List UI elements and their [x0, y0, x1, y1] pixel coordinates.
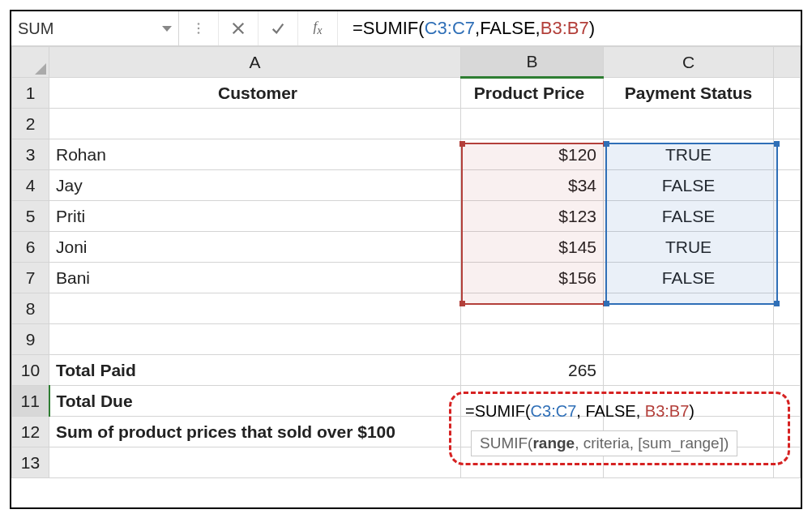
cell-B2[interactable] — [461, 109, 604, 139]
cell-D8[interactable] — [774, 293, 801, 324]
cell-B8[interactable] — [461, 293, 604, 324]
cell-B5[interactable]: $123 — [461, 201, 604, 232]
enter-icon[interactable] — [259, 11, 298, 45]
row-11[interactable]: 11 — [12, 386, 49, 417]
cell-D1[interactable] — [774, 78, 801, 109]
cell-A8[interactable] — [49, 293, 461, 324]
cell-C6[interactable]: TRUE — [604, 232, 774, 263]
cell-C1[interactable]: Payment Status — [604, 78, 774, 109]
cell-B3[interactable]: $120 — [461, 139, 604, 170]
cell-D9[interactable] — [774, 324, 801, 355]
cell-A10[interactable]: Total Paid — [49, 355, 461, 386]
col-A[interactable]: A — [49, 47, 461, 78]
cell-D2[interactable] — [774, 109, 801, 139]
cell-D3[interactable] — [774, 139, 801, 170]
cell-C4[interactable]: FALSE — [604, 170, 774, 201]
row-4[interactable]: 4 — [12, 170, 49, 201]
cell-B4[interactable]: $34 — [461, 170, 604, 201]
name-box[interactable]: SUM — [11, 11, 179, 45]
cell-A1[interactable]: Customer — [49, 78, 461, 109]
row-6[interactable]: 6 — [12, 232, 49, 263]
col-extra[interactable] — [774, 47, 801, 78]
row-7[interactable]: 7 — [12, 263, 49, 293]
cell-A3[interactable]: Rohan — [49, 139, 461, 170]
formula-bar-buttons: fx — [179, 11, 338, 45]
cell-A12[interactable]: Sum of product prices that sold over $10… — [49, 417, 461, 447]
formula-input[interactable]: =SUMIF(C3:C7, FALSE, B3:B7) — [338, 11, 801, 45]
cell-D4[interactable] — [774, 170, 801, 201]
cell-A9[interactable] — [49, 324, 461, 355]
cell-A7[interactable]: Bani — [49, 263, 461, 293]
cell-A4[interactable]: Jay — [49, 170, 461, 201]
more-icon[interactable] — [179, 11, 219, 45]
row-8[interactable]: 8 — [12, 293, 49, 324]
svg-point-2 — [198, 32, 200, 34]
cell-D5[interactable] — [774, 201, 801, 232]
cell-C5[interactable]: FALSE — [604, 201, 774, 232]
cell-D7[interactable] — [774, 263, 801, 293]
row-13[interactable]: 13 — [12, 447, 49, 478]
row-1[interactable]: 1 — [12, 78, 49, 109]
cell-A11[interactable]: Total Due — [49, 386, 461, 417]
row-5[interactable]: 5 — [12, 201, 49, 232]
cell-D6[interactable] — [774, 232, 801, 263]
cell-C9[interactable] — [604, 324, 774, 355]
cell-C10[interactable] — [604, 355, 774, 386]
row-10[interactable]: 10 — [12, 355, 49, 386]
cell-A13[interactable] — [49, 447, 461, 478]
cell-A5[interactable]: Priti — [49, 201, 461, 232]
row-2[interactable]: 2 — [12, 109, 49, 139]
svg-point-1 — [198, 28, 200, 30]
select-all-triangle[interactable] — [12, 47, 49, 78]
worksheet[interactable]: A B C 1 Customer Product Price Payment S… — [11, 46, 801, 478]
col-B[interactable]: B — [461, 47, 604, 78]
cell-D10[interactable] — [774, 355, 801, 386]
cell-B9[interactable] — [461, 324, 604, 355]
svg-point-0 — [198, 23, 200, 25]
cell-A2[interactable] — [49, 109, 461, 139]
cell-B7[interactable]: $156 — [461, 263, 604, 293]
excel-window: SUM fx =SUMIF(C3:C7, FALSE, B3:B7) — [10, 10, 802, 509]
col-C[interactable]: C — [604, 47, 774, 78]
row-3[interactable]: 3 — [12, 139, 49, 170]
cell-B6[interactable]: $145 — [461, 232, 604, 263]
annotation-dashed-callout — [449, 392, 790, 465]
fx-icon[interactable]: fx — [298, 11, 338, 45]
cell-C2[interactable] — [604, 109, 774, 139]
cell-C3[interactable]: TRUE — [604, 139, 774, 170]
formula-bar: SUM fx =SUMIF(C3:C7, FALSE, B3:B7) — [11, 11, 801, 46]
cell-A6[interactable]: Joni — [49, 232, 461, 263]
cell-B10[interactable]: 265 — [461, 355, 604, 386]
row-9[interactable]: 9 — [12, 324, 49, 355]
cancel-icon[interactable] — [219, 11, 259, 45]
cell-C7[interactable]: FALSE — [604, 263, 774, 293]
row-12[interactable]: 12 — [12, 417, 49, 447]
cell-C8[interactable] — [604, 293, 774, 324]
cell-B1[interactable]: Product Price — [461, 78, 604, 109]
chevron-down-icon[interactable] — [162, 26, 172, 32]
name-box-value: SUM — [18, 19, 162, 38]
